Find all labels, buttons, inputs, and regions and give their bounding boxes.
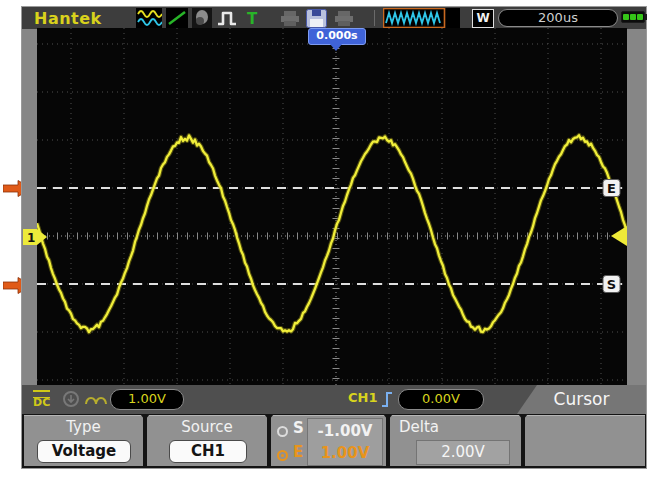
trigger-position-marker[interactable]: 0.000s: [308, 28, 366, 45]
menu-type-box[interactable]: Type Voltage: [24, 415, 143, 466]
trigger-t-indicator: T: [247, 10, 257, 28]
battery-tip: [645, 14, 647, 20]
source-value[interactable]: CH1: [169, 440, 247, 463]
top-status-bar: Hantek T: [22, 7, 646, 30]
coupling-icon: DC: [31, 389, 57, 409]
menu-title-tab[interactable]: Cursor: [517, 385, 646, 414]
cursor-e-radio[interactable]: [277, 446, 288, 465]
delta-label: Delta: [399, 418, 439, 436]
delta-value: 2.00V: [416, 440, 510, 465]
topbar-divider: [374, 10, 375, 26]
invert-icon: [84, 392, 108, 406]
separator-notch: [140, 414, 150, 420]
print-icon[interactable]: [280, 8, 300, 28]
left-bezel: [22, 29, 37, 385]
right-bezel: [627, 29, 646, 385]
svg-text:E: E: [607, 181, 616, 196]
cursor-values-panel: -1.00V 1.00V: [307, 418, 383, 466]
trigger-source-label: CH1: [348, 390, 377, 405]
pulse-icon: [216, 8, 242, 28]
trigger-level-readout: 0.00V: [398, 389, 484, 410]
channel1-marker[interactable]: 1: [23, 228, 49, 246]
bottom-status-bar: DC 1.00V CH1 0.00V Cursor: [22, 385, 646, 414]
manual-figure: Hantek T: [0, 0, 656, 479]
cursor-e-marker[interactable]: E: [603, 180, 620, 197]
type-value[interactable]: Voltage: [37, 440, 131, 463]
separator-notch: [264, 414, 274, 420]
menu-cursor-select-box: -1.00V 1.00V S E: [271, 415, 386, 466]
slope-icon: [166, 8, 188, 28]
svg-text:S: S: [607, 277, 616, 292]
dual-waveform-icon: [136, 8, 162, 28]
type-label: Type: [24, 418, 143, 436]
cursor-s-value: -1.00V: [308, 422, 382, 440]
cursor-e-value: 1.00V: [308, 444, 382, 462]
w-indicator: W: [472, 9, 494, 28]
signal-preview-icon: [383, 8, 460, 28]
timebase-readout: 200us: [498, 9, 618, 27]
bandwidth-icon: [62, 390, 80, 408]
cursor-s-marker[interactable]: S: [603, 276, 620, 293]
menu-empty-box[interactable]: [525, 415, 645, 466]
separator-notch: [383, 414, 393, 420]
brand-logo: Hantek: [34, 9, 102, 28]
menu-delta-box: Delta 2.00V: [390, 415, 521, 466]
source-label: Source: [147, 418, 267, 436]
display-icon: [192, 8, 212, 28]
cursor-e-label: E: [293, 443, 303, 461]
svg-text:1: 1: [27, 231, 35, 245]
print-icon-2[interactable]: [334, 8, 354, 28]
save-icon[interactable]: [306, 8, 327, 28]
oscilloscope-screen: Hantek T: [22, 7, 646, 468]
battery-icon: [621, 11, 645, 23]
softkey-menu: Type Voltage Source CH1 -1.00V 1.00V S E…: [22, 414, 646, 468]
ch1-scale-readout: 1.00V: [110, 389, 184, 410]
cursor-s-label: S: [293, 419, 304, 437]
rising-edge-icon: [380, 389, 396, 409]
trigger-position-pointer: [330, 44, 342, 51]
waveform-display: E S: [37, 28, 627, 385]
cursor-s-radio[interactable]: [277, 422, 288, 441]
separator-notch: [518, 414, 528, 420]
menu-source-box[interactable]: Source CH1: [147, 415, 267, 466]
